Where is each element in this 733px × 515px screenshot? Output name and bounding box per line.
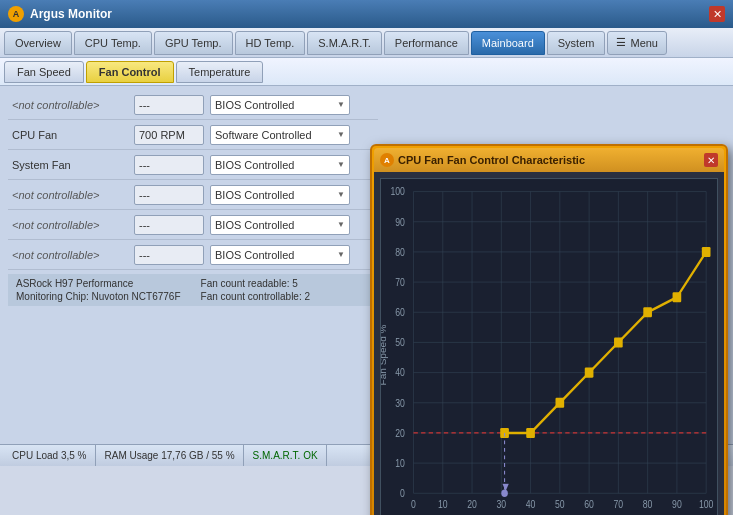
title-bar: A Argus Monitor ✕ xyxy=(0,0,733,28)
fan-curve-chart[interactable]: 100 90 80 70 60 50 40 30 20 10 0 Fan Spe… xyxy=(380,178,718,515)
svg-text:Fan Speed %: Fan Speed % xyxy=(381,325,388,386)
tab-mainboard[interactable]: Mainboard xyxy=(471,31,545,55)
table-row: System Fan --- BIOS Controlled ▼ xyxy=(8,150,378,180)
fan-value-1: 700 RPM xyxy=(134,125,204,145)
chip-info: Monitoring Chip: Nuvoton NCT6776F xyxy=(16,291,181,302)
svg-text:50: 50 xyxy=(395,338,405,349)
svg-text:90: 90 xyxy=(395,217,405,228)
dialog-icon: A xyxy=(380,153,394,167)
svg-text:30: 30 xyxy=(496,500,506,511)
dropdown-arrow-0: ▼ xyxy=(337,100,345,109)
fan-control-dialog: A CPU Fan Fan Control Characteristic ✕ xyxy=(370,144,728,515)
fan-table: <not controllable> --- BIOS Controlled ▼… xyxy=(8,90,378,270)
table-row: <not controllable> --- BIOS Controlled ▼ xyxy=(8,180,378,210)
fan-name-1: CPU Fan xyxy=(8,129,128,141)
sub-tab-fan-control[interactable]: Fan Control xyxy=(86,61,174,83)
dropdown-arrow-4: ▼ xyxy=(337,220,345,229)
fan-control-0[interactable]: BIOS Controlled ▼ xyxy=(210,95,350,115)
fan-control-5[interactable]: BIOS Controlled ▼ xyxy=(210,245,350,265)
table-row: <not controllable> --- BIOS Controlled ▼ xyxy=(8,90,378,120)
svg-text:40: 40 xyxy=(395,368,405,379)
fan-value-5: --- xyxy=(134,245,204,265)
tab-gpu-temp[interactable]: GPU Temp. xyxy=(154,31,233,55)
svg-text:20: 20 xyxy=(395,428,405,439)
svg-rect-0 xyxy=(381,179,717,515)
svg-text:0: 0 xyxy=(400,488,405,499)
cpu-load-status: CPU Load 3,5 % xyxy=(4,445,96,466)
chart-svg: 100 90 80 70 60 50 40 30 20 10 0 Fan Spe… xyxy=(381,179,717,515)
sub-tab-bar: Fan Speed Fan Control Temperature xyxy=(0,58,733,86)
svg-rect-54 xyxy=(673,292,682,302)
dialog-title-bar: A CPU Fan Fan Control Characteristic ✕ xyxy=(374,148,724,172)
svg-text:70: 70 xyxy=(395,277,405,288)
fan-name-2: System Fan xyxy=(8,159,128,171)
svg-text:60: 60 xyxy=(395,307,405,318)
svg-rect-52 xyxy=(614,337,623,347)
svg-text:10: 10 xyxy=(395,458,405,469)
dropdown-arrow-5: ▼ xyxy=(337,250,345,259)
fan-value-4: --- xyxy=(134,215,204,235)
fan-name-0: <not controllable> xyxy=(8,99,128,111)
sub-tab-fan-speed[interactable]: Fan Speed xyxy=(4,61,84,83)
svg-text:90: 90 xyxy=(672,500,682,511)
fan-name-4: <not controllable> xyxy=(8,219,128,231)
svg-text:0: 0 xyxy=(411,500,416,511)
sub-tab-temperature[interactable]: Temperature xyxy=(176,61,264,83)
tab-hd-temp[interactable]: HD Temp. xyxy=(235,31,306,55)
smart-status: S.M.A.R.T. OK xyxy=(245,445,327,466)
tab-smart[interactable]: S.M.A.R.T. xyxy=(307,31,382,55)
svg-text:80: 80 xyxy=(643,500,653,511)
svg-text:60: 60 xyxy=(584,500,594,511)
dialog-close-button[interactable]: ✕ xyxy=(704,153,718,167)
window-close-button[interactable]: ✕ xyxy=(709,6,725,22)
fan-name-5: <not controllable> xyxy=(8,249,128,261)
svg-rect-55 xyxy=(702,247,711,257)
svg-text:▼: ▼ xyxy=(500,479,511,493)
ram-usage-status: RAM Usage 17,76 GB / 55 % xyxy=(97,445,244,466)
fan-count-readable: Fan count readable: 5 xyxy=(201,278,311,289)
dialog-body: 100 90 80 70 60 50 40 30 20 10 0 Fan Spe… xyxy=(374,172,724,515)
tab-system[interactable]: System xyxy=(547,31,606,55)
fan-value-2: --- xyxy=(134,155,204,175)
fan-count-controllable: Fan count controllable: 2 xyxy=(201,291,311,302)
svg-text:80: 80 xyxy=(395,247,405,258)
svg-text:100: 100 xyxy=(699,500,713,511)
main-content: <not controllable> --- BIOS Controlled ▼… xyxy=(0,86,733,466)
dialog-title: CPU Fan Fan Control Characteristic xyxy=(398,154,585,166)
fan-control-1[interactable]: Software Controlled ▼ xyxy=(210,125,350,145)
svg-text:40: 40 xyxy=(526,500,536,511)
svg-text:70: 70 xyxy=(614,500,624,511)
svg-text:50: 50 xyxy=(555,500,565,511)
tab-menu[interactable]: ☰ Menu xyxy=(607,31,667,55)
svg-text:20: 20 xyxy=(467,500,477,511)
tab-cpu-temp[interactable]: CPU Temp. xyxy=(74,31,152,55)
svg-rect-53 xyxy=(643,307,652,317)
motherboard-info: ASRock H97 Performance xyxy=(16,278,181,289)
fan-value-3: --- xyxy=(134,185,204,205)
svg-text:30: 30 xyxy=(395,398,405,409)
table-row: CPU Fan 700 RPM Software Controlled ▼ xyxy=(8,120,378,150)
table-row: <not controllable> --- BIOS Controlled ▼ xyxy=(8,210,378,240)
nav-bar: Overview CPU Temp. GPU Temp. HD Temp. S.… xyxy=(0,28,733,58)
app-icon: A xyxy=(8,6,24,22)
table-row: <not controllable> --- BIOS Controlled ▼ xyxy=(8,240,378,270)
menu-icon: ☰ xyxy=(616,36,626,49)
svg-text:10: 10 xyxy=(438,500,448,511)
fan-name-3: <not controllable> xyxy=(8,189,128,201)
fan-control-2[interactable]: BIOS Controlled ▼ xyxy=(210,155,350,175)
svg-rect-49 xyxy=(526,428,535,438)
window-title: Argus Monitor xyxy=(30,7,112,21)
fan-value-0: --- xyxy=(134,95,204,115)
svg-text:100: 100 xyxy=(390,187,404,198)
tab-performance[interactable]: Performance xyxy=(384,31,469,55)
svg-rect-51 xyxy=(585,368,594,378)
dropdown-arrow-3: ▼ xyxy=(337,190,345,199)
fan-control-4[interactable]: BIOS Controlled ▼ xyxy=(210,215,350,235)
dropdown-arrow-2: ▼ xyxy=(337,160,345,169)
svg-rect-50 xyxy=(556,398,565,408)
dropdown-arrow-1: ▼ xyxy=(337,130,345,139)
fan-control-3[interactable]: BIOS Controlled ▼ xyxy=(210,185,350,205)
tab-overview[interactable]: Overview xyxy=(4,31,72,55)
